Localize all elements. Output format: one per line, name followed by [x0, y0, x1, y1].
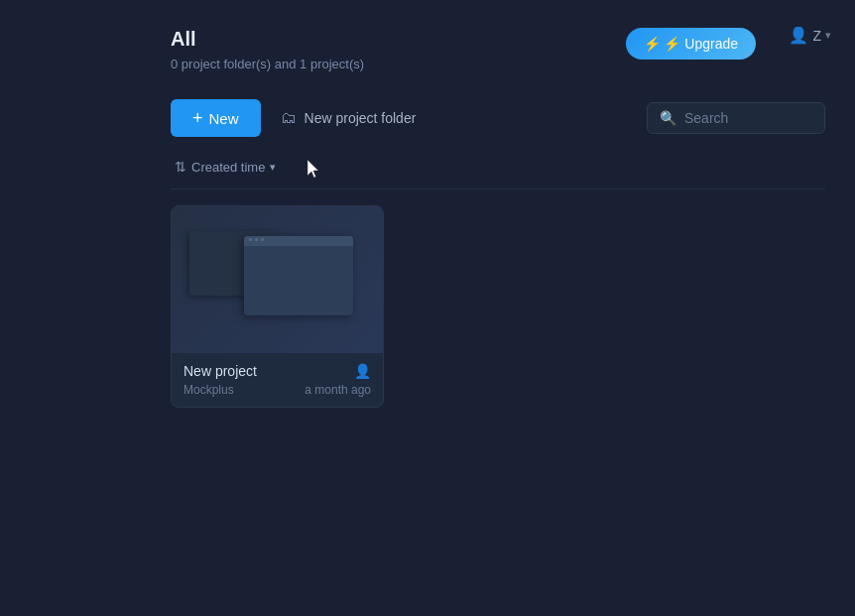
browser-dot-1	[249, 238, 252, 241]
new-folder-button[interactable]: 🗂 New project folder	[277, 103, 421, 133]
page-title: All	[171, 28, 825, 51]
search-input[interactable]	[684, 110, 812, 126]
sort-label: Created time	[191, 160, 265, 175]
folder-icon: 🗂	[281, 109, 297, 127]
card-user-icon: 👤	[354, 363, 371, 379]
browser-mockup	[244, 236, 353, 315]
search-icon: 🔍	[660, 110, 676, 126]
cards-grid: New project 👤 Mockplus a month ago	[171, 205, 825, 408]
card-meta-row: Mockplus a month ago	[183, 383, 371, 397]
new-button[interactable]: + New	[171, 99, 261, 137]
browser-dot-3	[261, 238, 264, 241]
sort-icon: ⇅	[175, 159, 186, 175]
card-thumbnail	[172, 206, 383, 353]
card-info-row: New project 👤	[183, 363, 371, 379]
sort-button[interactable]: ⇅ Created time ▾	[171, 157, 280, 177]
new-button-label: New	[209, 110, 239, 127]
new-folder-label: New project folder	[305, 110, 417, 126]
search-box: 🔍	[647, 102, 825, 134]
subtitle: 0 project folder(s) and 1 project(s)	[171, 57, 825, 71]
plus-icon: +	[192, 109, 203, 127]
sort-chevron-icon: ▾	[270, 161, 276, 174]
project-card[interactable]: New project 👤 Mockplus a month ago	[171, 205, 384, 408]
card-info: New project 👤 Mockplus a month ago	[172, 353, 383, 407]
browser-dots	[249, 238, 264, 241]
browser-dot-2	[255, 238, 258, 241]
card-name: New project	[183, 363, 257, 379]
card-time: a month ago	[305, 383, 371, 397]
card-owner: Mockplus	[183, 383, 234, 397]
toolbar: + New 🗂 New project folder 🔍	[171, 99, 825, 137]
sort-bar: ⇅ Created time ▾	[171, 157, 825, 189]
